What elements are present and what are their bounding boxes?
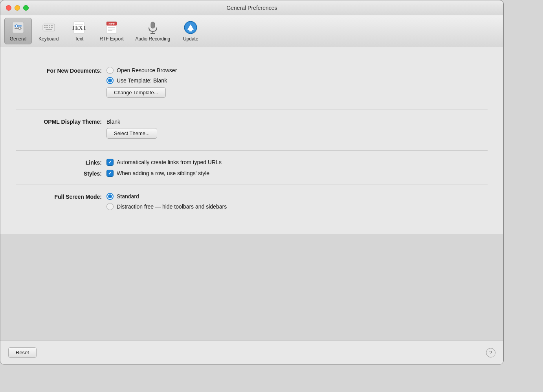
- distraction-free-radio[interactable]: [106, 203, 114, 210]
- svg-rect-13: [51, 27, 53, 28]
- toolbar: General Keyboard TEXT: [0, 15, 503, 47]
- opml-display-theme-section: OPML Display Theme: Blank Select Theme..…: [16, 110, 488, 150]
- standard-label: Standard: [117, 193, 139, 200]
- tab-text-label: Text: [75, 36, 83, 42]
- distraction-free-label: Distraction free — hide toolbars and sid…: [117, 203, 227, 210]
- text-icon: TEXT: [71, 20, 87, 35]
- tab-update[interactable]: Update: [177, 18, 204, 44]
- svg-point-4: [18, 27, 21, 29]
- svg-rect-6: [44, 25, 46, 26]
- close-button[interactable]: [6, 5, 11, 11]
- styles-checkbox-label: When adding a row, use siblings' style: [117, 170, 209, 176]
- svg-text:TEXT: TEXT: [72, 25, 86, 31]
- links-checkbox-label: Automatically create links from typed UR…: [117, 159, 222, 165]
- bottom-bar: Reset ?: [0, 341, 503, 364]
- svg-rect-10: [44, 27, 46, 28]
- styles-row: Styles: ✓ When adding a row, use sibling…: [16, 170, 488, 177]
- links-row: Links: ✓ Automatically create links from…: [16, 159, 488, 166]
- full-screen-mode-section: Full Screen Mode: Standard Distraction f…: [16, 185, 488, 222]
- use-template-radio[interactable]: [106, 77, 114, 84]
- styles-checkbox[interactable]: ✓: [106, 170, 114, 177]
- full-screen-content: Standard Distraction free — hide toolbar…: [106, 193, 227, 210]
- tab-rtf-label: RTF Export: [99, 36, 123, 42]
- full-screen-row: Full Screen Mode: Standard Distraction f…: [16, 193, 488, 210]
- svg-point-3: [15, 25, 18, 27]
- for-new-documents-section: For New Documents: Open Resource Browser…: [16, 59, 488, 110]
- update-icon: [183, 20, 198, 35]
- use-template-label: Use Template: Blank: [117, 77, 167, 84]
- links-label: Links:: [16, 159, 106, 166]
- full-screen-label: Full Screen Mode:: [16, 193, 106, 200]
- rtf-export-icon: RTF: [104, 20, 119, 35]
- window-title: General Preferences: [226, 5, 277, 11]
- opml-theme-value: Blank: [106, 118, 157, 125]
- svg-rect-7: [46, 25, 48, 26]
- audio-recording-icon: [145, 20, 161, 35]
- standard-option[interactable]: Standard: [106, 193, 227, 200]
- reset-button[interactable]: Reset: [8, 347, 37, 358]
- keyboard-icon: [41, 20, 57, 35]
- svg-rect-30: [189, 29, 192, 31]
- help-button[interactable]: ?: [486, 348, 495, 357]
- svg-rect-0: [13, 22, 24, 33]
- tab-audio-recording[interactable]: Audio Recording: [130, 18, 176, 44]
- change-template-button[interactable]: Change Template...: [106, 87, 166, 98]
- svg-rect-9: [51, 25, 53, 26]
- styles-content: ✓ When adding a row, use siblings' style: [106, 170, 209, 177]
- minimize-button[interactable]: [15, 5, 20, 11]
- distraction-free-option[interactable]: Distraction free — hide toolbars and sid…: [106, 203, 227, 210]
- opml-theme-label: OPML Display Theme:: [16, 118, 106, 125]
- tab-general-label: General: [10, 36, 27, 42]
- title-bar: General Preferences: [0, 0, 503, 15]
- for-new-documents-label: For New Documents:: [16, 67, 106, 74]
- open-resource-browser-radio[interactable]: [106, 67, 114, 74]
- svg-text:RTF: RTF: [108, 22, 115, 26]
- opml-theme-content: Blank Select Theme...: [106, 118, 157, 139]
- open-resource-browser-option[interactable]: Open Resource Browser: [106, 67, 177, 74]
- use-template-option[interactable]: Use Template: Blank: [106, 77, 177, 84]
- svg-rect-12: [49, 27, 50, 28]
- opml-theme-row: OPML Display Theme: Blank Select Theme..…: [16, 118, 488, 139]
- tab-update-label: Update: [183, 36, 198, 42]
- styles-checkbox-row[interactable]: ✓ When adding a row, use siblings' style: [106, 170, 209, 177]
- tab-text[interactable]: TEXT Text: [65, 18, 93, 44]
- svg-rect-8: [49, 25, 50, 26]
- links-checkbox-row[interactable]: ✓ Automatically create links from typed …: [106, 159, 222, 166]
- styles-label: Styles:: [16, 170, 106, 177]
- tab-keyboard-label: Keyboard: [39, 36, 59, 42]
- tab-rtf-export[interactable]: RTF RTF Export: [94, 18, 128, 44]
- select-theme-button[interactable]: Select Theme...: [106, 128, 157, 139]
- links-checkbox[interactable]: ✓: [106, 159, 114, 166]
- tab-audio-label: Audio Recording: [136, 36, 171, 42]
- svg-rect-11: [46, 27, 48, 28]
- for-new-documents-content: Open Resource Browser Use Template: Blan…: [106, 67, 177, 98]
- general-icon: [10, 20, 26, 35]
- links-content: ✓ Automatically create links from typed …: [106, 159, 222, 166]
- svg-rect-14: [46, 29, 52, 30]
- content-area: For New Documents: Open Resource Browser…: [0, 47, 503, 234]
- svg-rect-24: [151, 22, 155, 28]
- tab-keyboard[interactable]: Keyboard: [33, 18, 64, 44]
- standard-radio[interactable]: [106, 193, 114, 200]
- links-section: Links: ✓ Automatically create links from…: [16, 151, 488, 185]
- maximize-button[interactable]: [23, 5, 29, 11]
- for-new-documents-row: For New Documents: Open Resource Browser…: [16, 67, 488, 98]
- open-resource-browser-label: Open Resource Browser: [117, 67, 177, 73]
- window-controls: [6, 5, 29, 11]
- tab-general[interactable]: General: [4, 18, 32, 44]
